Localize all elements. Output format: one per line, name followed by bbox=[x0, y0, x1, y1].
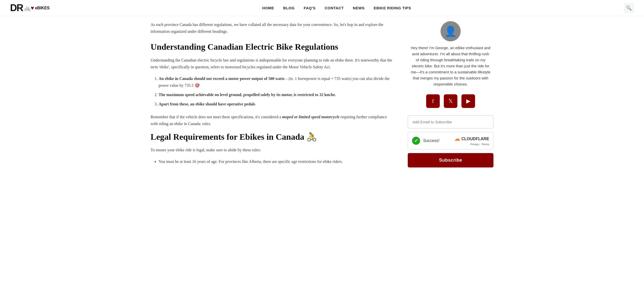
cloudflare-cloud-icon: ☁ bbox=[454, 136, 460, 142]
search-button[interactable]: 🔍 bbox=[624, 3, 634, 13]
list-item-bold: Apart from these, an ebike should have o… bbox=[159, 102, 255, 106]
regulations-list: An ebike in Canada should not exceed a m… bbox=[159, 75, 393, 108]
avatar-area: 👤 bbox=[408, 21, 493, 41]
nav-news[interactable]: NEWS bbox=[353, 6, 365, 10]
success-label: Success! bbox=[423, 138, 440, 143]
logo-bike-icon: 🚲♥ bbox=[24, 5, 34, 11]
section2-intro: To ensure your ebike ride is legal, make… bbox=[151, 147, 393, 153]
cloudflare-terms-link[interactable]: Terms bbox=[482, 143, 489, 146]
main-content: As each province Canada has different re… bbox=[151, 16, 393, 177]
facebook-button[interactable]: f bbox=[426, 94, 440, 108]
cloudflare-captcha-box: ✓ Success! ☁ CLOUDFLARE Privacy · Terms bbox=[408, 132, 493, 150]
logo-ebikes-text: eBIKES bbox=[35, 6, 50, 10]
moped-paragraph: Remember that if the vehicle does not me… bbox=[151, 113, 393, 127]
avatar-image: 👤 bbox=[444, 25, 457, 37]
logo[interactable]: DR 🚲♥ eBIKES bbox=[10, 3, 50, 13]
cloudflare-left: ✓ Success! bbox=[412, 137, 440, 145]
moped-italic: moped or limited speed motorcycle bbox=[282, 115, 340, 119]
main-nav: HOME BLOG FAQ'S CONTACT NEWS EBIKE RIDIN… bbox=[262, 6, 411, 10]
intro-paragraph: As each province Canada has different re… bbox=[151, 21, 393, 35]
twitter-icon: 𝕏 bbox=[448, 98, 453, 104]
list-item-bold: An ebike in Canada should not exceed a m… bbox=[159, 76, 284, 81]
sidebar: 👤 Hey there! I'm George, an eBike enthus… bbox=[408, 16, 493, 177]
facebook-icon: f bbox=[432, 98, 434, 104]
email-subscribe-input[interactable] bbox=[408, 116, 493, 128]
nav-blog[interactable]: BLOG bbox=[283, 6, 295, 10]
list-item: The maximum speed achievable on level gr… bbox=[159, 91, 393, 98]
list-item-bold: The maximum speed achievable on level gr… bbox=[159, 93, 336, 97]
legal-list-item: You must be at least 16 years of age. Fo… bbox=[159, 158, 393, 165]
section2-heading: Legal Requirements for Ebikes in Canada … bbox=[151, 132, 393, 142]
cloudflare-right: ☁ CLOUDFLARE Privacy · Terms bbox=[454, 136, 489, 146]
youtube-button[interactable]: ▶ bbox=[461, 94, 475, 108]
logo-dr-text: DR bbox=[10, 3, 23, 13]
nav-home[interactable]: HOME bbox=[262, 6, 274, 10]
cloudflare-links: Privacy · Terms bbox=[470, 143, 489, 146]
success-checkmark-icon: ✓ bbox=[412, 137, 420, 145]
youtube-icon: ▶ bbox=[466, 98, 471, 104]
nav-faqs[interactable]: FAQ'S bbox=[304, 6, 315, 10]
sidebar-bio: Hey there! I'm George, an eBike enthusia… bbox=[408, 45, 493, 87]
site-header: DR 🚲♥ eBIKES HOME BLOG FAQ'S CONTACT NEW… bbox=[0, 0, 644, 16]
nav-contact[interactable]: CONTACT bbox=[325, 6, 344, 10]
section1-text: Understanding the Canadian electric bicy… bbox=[151, 57, 393, 70]
cloudflare-label: CLOUDFLARE bbox=[461, 137, 489, 141]
subscribe-button[interactable]: Subscribe bbox=[408, 153, 493, 167]
search-icon: 🔍 bbox=[626, 5, 632, 11]
cloudflare-logo: ☁ CLOUDFLARE bbox=[454, 136, 489, 142]
section1-heading: Understanding Canadian Electric Bike Reg… bbox=[151, 42, 393, 52]
legal-list: You must be at least 16 years of age. Fo… bbox=[159, 158, 393, 165]
moped-prefix: Remember that if the vehicle does not me… bbox=[151, 115, 282, 119]
twitter-button[interactable]: 𝕏 bbox=[444, 94, 457, 108]
list-item: Apart from these, an ebike should have o… bbox=[159, 101, 393, 107]
avatar: 👤 bbox=[441, 21, 461, 41]
list-item: An ebike in Canada should not exceed a m… bbox=[159, 75, 393, 89]
cloudflare-privacy-link[interactable]: Privacy bbox=[470, 143, 479, 146]
social-icons: f 𝕏 ▶ bbox=[408, 94, 493, 108]
nav-ebike-tips[interactable]: EBIKE RIDING TIPS bbox=[374, 6, 411, 10]
